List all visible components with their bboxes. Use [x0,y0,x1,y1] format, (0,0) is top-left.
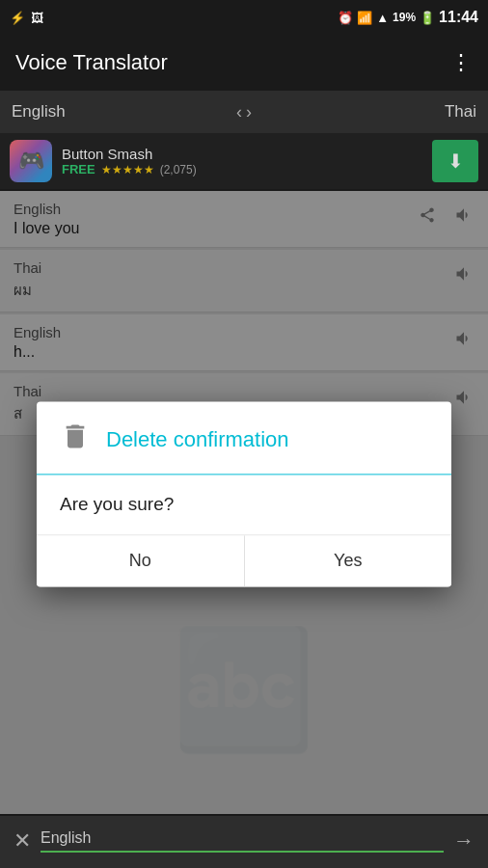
alarm-icon: ⏰ [338,11,353,25]
clock: 11:44 [439,9,478,26]
input-language-label: English [41,829,444,847]
ad-download-button[interactable]: ⬇ [432,140,478,182]
ad-text-content: Button Smash FREE ★★★★★ (2,075) [62,146,422,176]
delete-confirmation-dialog: Delete confirmation Are you sure? No Yes [37,401,451,586]
usb-icon: ⚡ [10,11,25,25]
download-icon: ⬇ [447,149,464,173]
dialog-yes-button[interactable]: Yes [245,535,452,586]
target-language-label[interactable]: Thai [252,102,476,122]
source-language-label[interactable]: English [12,102,236,122]
overflow-menu-button[interactable]: ⋮ [450,50,473,75]
signal-icon: ▲ [376,11,389,25]
input-underline [41,851,444,853]
dialog-question: Are you sure? [60,494,174,514]
app-title: Voice Translator [15,50,168,75]
dialog-header: Delete confirmation [37,401,451,475]
trash-icon [60,420,91,458]
ad-app-icon: 🎮 [10,140,52,182]
battery-icon: 🔋 [420,11,435,25]
main-content-area: English I love you Thai ผม English h.. [0,191,488,816]
status-icons-right: ⏰ 📶 ▲ 19% 🔋 11:44 [338,9,478,26]
dialog-title: Delete confirmation [106,427,289,452]
dialog-body: Are you sure? [37,475,451,535]
status-bar: ⚡ 🖼 ⏰ 📶 ▲ 19% 🔋 11:44 [0,0,488,35]
submit-translation-button[interactable]: → [453,828,474,854]
image-icon: 🖼 [31,11,43,25]
app-bar: Voice Translator ⋮ [0,35,488,91]
dialog-buttons: No Yes [37,535,451,586]
input-area[interactable]: English [41,829,444,853]
ad-banner[interactable]: 🎮 Button Smash FREE ★★★★★ (2,075) ⬇ [0,133,488,189]
arrow-left-icon: ‹ [236,102,242,122]
wifi-icon: 📶 [357,11,372,25]
status-icons-left: ⚡ 🖼 [10,11,43,25]
ad-free-label: FREE [62,162,95,176]
close-input-button[interactable]: ✕ [14,828,31,854]
ad-review-count: (2,075) [160,163,197,176]
language-selector-bar: English ‹ › Thai [0,91,488,133]
battery-percent: 19% [393,11,416,24]
language-swap-arrows[interactable]: ‹ › [236,102,252,122]
ad-title: Button Smash [62,146,422,162]
bottom-input-bar: ✕ English → [0,814,488,868]
dialog-no-button[interactable]: No [37,535,245,586]
ad-stars: ★★★★★ [101,163,154,176]
